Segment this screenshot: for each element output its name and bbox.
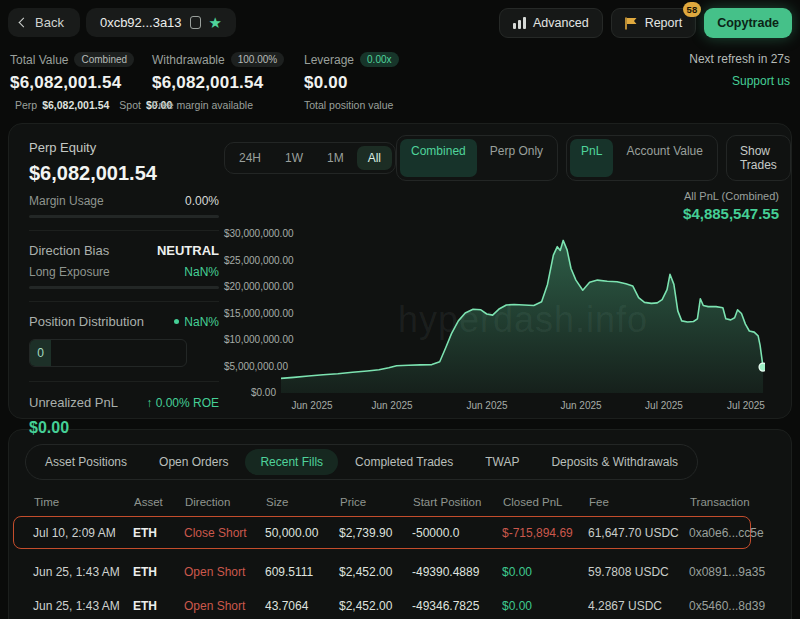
cell-time: Jul 10, 2:09 AM xyxy=(33,526,133,540)
tab-twap[interactable]: TWAP xyxy=(470,449,534,475)
leverage-sub: Total position value xyxy=(304,99,393,111)
top-bar: Back 0xcb92...3a13 ★ Advanced 58 Report xyxy=(0,0,800,38)
copy-icon[interactable] xyxy=(190,16,201,29)
report-label: Report xyxy=(645,16,683,30)
metric-toggle-group: PnL Account Value xyxy=(566,135,718,181)
metric-account-value[interactable]: Account Value xyxy=(615,139,714,177)
x-axis-labels: Jun 2025Jun 2025Jun 2025Jun 2025Jul 2025… xyxy=(224,400,779,416)
perp-equity-label: Perp Equity xyxy=(29,140,219,155)
portfolio-panel: Perp Equity $6,082,001.54 Margin Usage 0… xyxy=(8,123,792,419)
position-distribution-value: NaN% xyxy=(184,315,219,329)
x-tick-label: Jun 2025 xyxy=(466,400,507,411)
cell-transaction[interactable]: 0x0891...9a35 xyxy=(689,565,786,579)
perp-value: $6,082,001.54 xyxy=(42,99,109,111)
range-24h[interactable]: 24H xyxy=(228,146,272,170)
table-row[interactable]: Jul 10, 2:09 AM ETH Close Short 50,000.0… xyxy=(13,516,751,549)
cell-time: Jun 25, 1:43 AM xyxy=(33,565,133,579)
metric-pnl[interactable]: PnL xyxy=(570,139,613,177)
leverage-badge: 0.00x xyxy=(360,52,398,67)
unrealized-pnl-value: $0.00 xyxy=(29,419,219,437)
pnl-plot[interactable]: $30,000,000.00$25,000,000.00$20,000,000.… xyxy=(224,227,779,393)
bar-chart-icon xyxy=(513,17,526,29)
fills-table: Time Asset Direction Size Price Start Po… xyxy=(9,496,791,619)
roe-value: ↑ 0.00% ROE xyxy=(146,396,219,410)
y-tick-label: $10,000,000.00 xyxy=(224,334,276,345)
margin-usage-label: Margin Usage xyxy=(29,194,104,208)
total-value-amount: $6,082,001.54 xyxy=(10,73,152,93)
cell-price: $2,452.00 xyxy=(339,565,412,579)
mode-combined[interactable]: Combined xyxy=(400,139,477,177)
cell-direction: Open Short xyxy=(184,565,265,579)
y-tick-label: $20,000,000.00 xyxy=(224,281,276,292)
x-tick-label: Jul 2025 xyxy=(645,400,683,411)
back-label: Back xyxy=(35,15,64,30)
withdrawable-sub: Free margin available xyxy=(152,99,253,111)
distribution-dot-icon xyxy=(174,319,179,324)
cell-closed-pnl: $0.00 xyxy=(502,599,588,613)
flag-icon xyxy=(625,17,638,30)
cell-transaction[interactable]: 0x5460...8d39 xyxy=(689,599,786,613)
cell-asset: ETH xyxy=(133,565,184,579)
star-favorite-icon[interactable]: ★ xyxy=(209,15,222,30)
cell-direction: Close Short xyxy=(184,526,265,540)
withdrawable-label: Withdrawable xyxy=(152,53,225,67)
wallet-address: 0xcb92...3a13 xyxy=(100,15,182,30)
pnl-area-chart xyxy=(281,227,765,393)
long-exposure-label: Long Exposure xyxy=(29,265,110,279)
cell-transaction[interactable]: 0xa0e6...cc5e xyxy=(689,526,764,540)
tab-deposits-withdrawals[interactable]: Deposits & Withdrawals xyxy=(536,449,693,475)
col-size: Size xyxy=(266,496,340,508)
table-row[interactable]: Jun 25, 1:43 AM ETH Open Short 43.7064 $… xyxy=(13,589,787,619)
x-tick-label: Jun 2025 xyxy=(371,400,412,411)
col-transaction: Transaction xyxy=(690,496,791,508)
cell-size: 43.7064 xyxy=(265,599,339,613)
spot-label: Spot xyxy=(119,99,141,111)
back-button[interactable]: Back xyxy=(8,8,80,37)
tab-completed-trades[interactable]: Completed Trades xyxy=(340,449,468,475)
y-tick-label: $0.00 xyxy=(224,387,276,398)
table-row[interactable]: Jun 25, 1:43 AM ETH Open Short 609.5111 … xyxy=(13,555,787,588)
x-tick-label: Jun 2025 xyxy=(291,400,332,411)
range-all[interactable]: All xyxy=(357,146,392,170)
leverage-label: Leverage xyxy=(304,53,354,67)
tab-asset-positions[interactable]: Asset Positions xyxy=(30,449,142,475)
long-exposure-bar xyxy=(29,286,219,289)
activity-tabs: Asset Positions Open Orders Recent Fills… xyxy=(25,444,698,480)
cell-start-position: -50000.0 xyxy=(412,526,502,540)
range-1w[interactable]: 1W xyxy=(274,146,314,170)
total-value-label: Total Value xyxy=(10,53,68,67)
refresh-countdown: Next refresh in 27s xyxy=(689,52,790,66)
margin-usage-value: 0.00% xyxy=(185,194,219,208)
pnl-chart-region: 24H 1W 1M All Combined Perp Only PnL Acc… xyxy=(224,135,779,412)
col-fee: Fee xyxy=(589,496,690,508)
cell-fee: 61,647.70 USDC xyxy=(588,526,689,540)
cell-fee: 59.7808 USDC xyxy=(588,565,689,579)
leverage-amount: $0.00 xyxy=(304,73,414,93)
pnl-summary-label: All PnL (Combined) xyxy=(224,190,779,202)
margin-usage-bar xyxy=(29,215,219,218)
perp-equity-value: $6,082,001.54 xyxy=(29,162,219,185)
show-trades-button[interactable]: Show Trades xyxy=(726,135,791,181)
direction-bias-value: NEUTRAL xyxy=(157,243,219,258)
tab-recent-fills[interactable]: Recent Fills xyxy=(245,449,338,475)
table-header: Time Asset Direction Size Price Start Po… xyxy=(9,496,791,508)
mode-perp-only[interactable]: Perp Only xyxy=(479,139,554,177)
report-button[interactable]: 58 Report xyxy=(611,8,697,38)
wallet-address-pill[interactable]: 0xcb92...3a13 ★ xyxy=(86,8,236,37)
combined-badge: Combined xyxy=(74,52,134,67)
cell-asset: ETH xyxy=(133,526,184,540)
range-1m[interactable]: 1M xyxy=(316,146,355,170)
copytrade-button[interactable]: Copytrade xyxy=(704,8,792,38)
advanced-button[interactable]: Advanced xyxy=(499,8,603,38)
divider xyxy=(29,230,219,231)
last-point-marker xyxy=(759,363,765,371)
perp-label: Perp xyxy=(15,99,37,111)
withdrawable-badge: 100.00% xyxy=(231,52,284,67)
tab-open-orders[interactable]: Open Orders xyxy=(144,449,243,475)
withdrawable-stat: Withdrawable 100.00% $6,082,001.54 Free … xyxy=(152,52,276,111)
cell-price: $2,452.00 xyxy=(339,599,412,613)
support-us-link[interactable]: Support us xyxy=(689,74,790,88)
col-closed-pnl: Closed PnL xyxy=(503,496,589,508)
cell-time: Jun 25, 1:43 AM xyxy=(33,599,133,613)
cell-start-position: -49346.7825 xyxy=(412,599,502,613)
